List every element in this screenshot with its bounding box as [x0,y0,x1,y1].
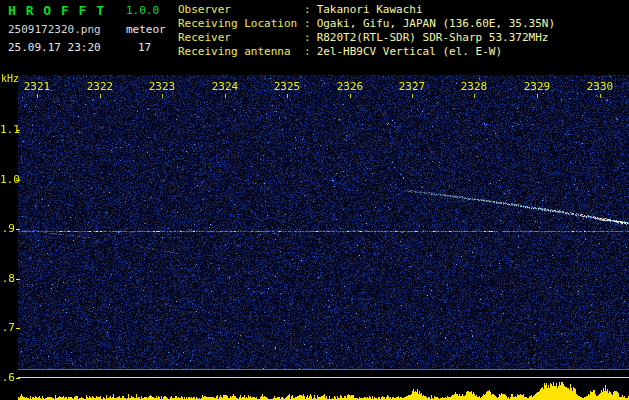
x-tick-label: 2326 [333,80,367,93]
info-separator: : [304,45,311,58]
y-tick-label: 1.1 [0,123,15,136]
x-tick-label: 2329 [520,80,554,93]
y-tick-label: .9 [0,222,15,235]
info-label: Receiving antenna [178,45,304,59]
output-filename: 2509172320.png [8,23,101,36]
y-tick-label: .6 [0,371,15,384]
info-row-observer: Observer:Takanori Kawachi [178,3,555,17]
info-value: Takanori Kawachi [317,3,423,16]
info-row-antenna: Receiving antenna:2el-HB9CV Vertical (el… [178,45,555,59]
app-version: 1.0.0 [126,4,159,17]
info-separator: : [304,31,311,44]
x-tick-label: 2323 [145,80,179,93]
x-tick-label: 2321 [20,80,54,93]
x-tick-label: 2325 [270,80,304,93]
info-row-receiver: Receiver:R820T2(RTL-SDR) SDR-Sharp 53.37… [178,31,555,45]
y-axis-unit: kHz [1,73,19,84]
info-label: Receiver [178,31,304,45]
x-tick-label: 2330 [583,80,617,93]
x-tick-label: 2324 [208,80,242,93]
mode-label: meteor [126,23,166,36]
station-info: Observer:Takanori Kawachi Receiving Loca… [178,3,555,59]
x-tick-label: 2328 [457,80,491,93]
info-value: R820T2(RTL-SDR) SDR-Sharp 53.372MHz [317,31,549,44]
info-label: Observer [178,3,304,17]
observation-datetime: 25.09.17 23:20 [8,41,101,54]
y-tick-label: .7 [0,321,15,334]
info-value: Ogaki, Gifu, JAPAN (136.60E, 35.35N) [317,17,555,30]
info-label: Receiving Location [178,17,304,31]
hrofft-window: H R O F F T 1.0.0 2509172320.png meteor … [0,0,629,400]
x-tick-label: 2322 [83,80,117,93]
info-separator: : [304,3,311,16]
y-tick-label: .8 [0,272,15,285]
info-separator: : [304,17,311,30]
spectrogram-canvas [18,75,629,400]
info-row-location: Receiving Location:Ogaki, Gifu, JAPAN (1… [178,17,555,31]
x-tick-label: 2327 [395,80,429,93]
y-tick-label: 1.0 [0,173,15,186]
echo-count: 17 [138,41,151,54]
info-value: 2el-HB9CV Vertical (el. E-W) [317,45,502,58]
app-title: H R O F F T [8,3,105,18]
